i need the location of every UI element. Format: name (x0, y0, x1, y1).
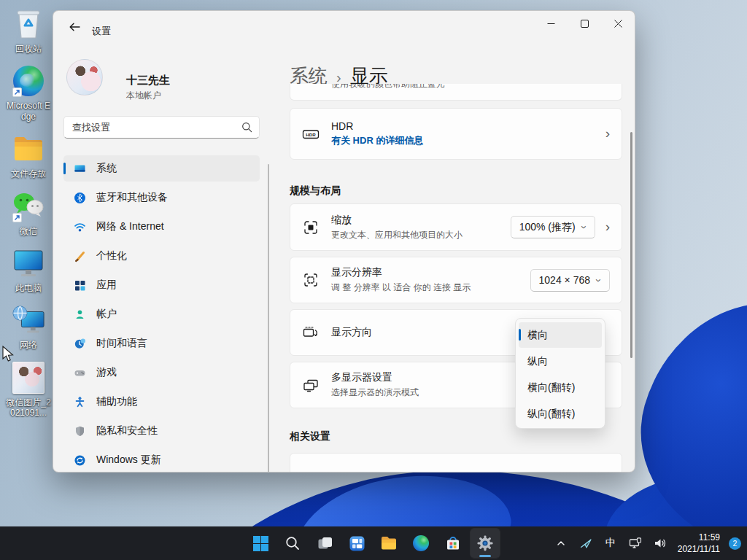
resolution-dropdown[interactable]: 747 × 560 › (530, 269, 610, 292)
sidebar-item-label: 网络 & Internet (96, 220, 164, 233)
sidebar-item-label: 系统 (96, 162, 117, 175)
ime-indicator[interactable]: 中 (600, 530, 621, 556)
apps-icon (74, 279, 86, 292)
sidebar-scrollbar[interactable] (268, 164, 269, 472)
taskbar-clock[interactable]: 11:59 2021/11/11 (675, 532, 723, 555)
sidebar-item-windows-update[interactable]: Windows 更新 (63, 447, 260, 472)
orientation-title: 显示方向 (331, 326, 372, 339)
account-type: 本地帐户 (126, 90, 161, 102)
settings-search[interactable] (63, 116, 260, 139)
sidebar-item-apps[interactable]: 应用 (63, 272, 260, 298)
sidebar-item-time-language[interactable]: 时间和语言 (63, 330, 260, 357)
sidebar-item-system[interactable]: 系统 (63, 155, 260, 182)
notification-badge[interactable]: 2 (729, 537, 741, 550)
user-avatar[interactable] (66, 59, 103, 96)
network-tray-icon[interactable] (625, 530, 646, 556)
desktop-icon-wechat[interactable]: 微信 (4, 190, 53, 236)
settings-taskbar-button[interactable] (471, 529, 500, 558)
desktop-icon-edge[interactable]: Microsoft Edge (4, 64, 53, 122)
hdr-row[interactable]: HDR HDR 有关 HDR 的详细信息 › (290, 108, 622, 160)
resolution-title: 显示分辨率 (331, 266, 471, 279)
sidebar-item-gaming[interactable]: 游戏 (63, 359, 260, 386)
flyout-option-portrait[interactable]: 纵向 (519, 349, 602, 374)
shortcut-arrow-icon (12, 213, 22, 222)
sidebar-item-label: 隐私和安全性 (96, 424, 158, 438)
scale-icon (302, 219, 320, 236)
flyout-option-label: 纵向 (527, 355, 548, 368)
taskbar-center-icons (246, 529, 500, 558)
sidebar-item-accounts[interactable]: 帐户 (63, 301, 260, 327)
hdr-link[interactable]: 有关 HDR 的详细信息 (331, 134, 423, 147)
chevron-right-icon: › (605, 219, 610, 235)
this-pc-icon (12, 246, 45, 280)
bluetooth-icon (74, 192, 86, 204)
scale-dropdown[interactable]: 100% (推荐) › (511, 216, 595, 238)
sidebar-item-privacy-security[interactable]: 隐私和安全性 (63, 418, 260, 444)
maximize-button[interactable] (568, 11, 601, 36)
desktop-icon-label: Microsoft Edge (4, 101, 53, 122)
chevron-down-icon: › (579, 225, 590, 229)
advanced-display-row[interactable]: 高级显示 (290, 453, 622, 472)
desktop-icon-this-pc[interactable]: 此电脑 (4, 246, 53, 293)
section-scale-layout: 规模与布局 (290, 184, 622, 199)
section-related-settings: 相关设置 (290, 430, 622, 445)
update-icon (74, 454, 86, 467)
gamepad-icon (74, 367, 86, 379)
sidebar-item-bluetooth-devices[interactable]: 蓝牙和其他设备 (63, 184, 260, 211)
scale-value: 100% (推荐) (519, 221, 576, 234)
search-taskbar-button[interactable] (278, 529, 307, 558)
sidebar-item-label: 时间和语言 (96, 337, 147, 350)
minimize-button[interactable] (534, 11, 568, 36)
wifi-icon (74, 221, 86, 233)
search-input[interactable] (64, 117, 259, 138)
svg-text:HDR: HDR (306, 132, 316, 137)
flyout-option-label: 纵向(翻转) (527, 408, 575, 421)
search-icon (241, 122, 252, 136)
multi-display-title: 多显示器设置 (331, 371, 419, 384)
flyout-option-landscape[interactable]: 横向 (519, 322, 602, 348)
window-title: 设置 (92, 25, 111, 38)
back-button[interactable] (62, 16, 87, 38)
task-view-button[interactable] (310, 529, 339, 558)
sidebar-item-label: 应用 (96, 279, 117, 292)
desktop-icon-label: 微信图片_2021091... (4, 397, 53, 419)
widgets-button[interactable] (342, 529, 371, 558)
chevron-down-icon: › (594, 279, 605, 282)
taskbar: 中 11:59 2021/11/11 2 (0, 526, 747, 560)
accessibility-icon (74, 396, 86, 408)
resolution-value: 747 × 560 (539, 274, 590, 286)
start-button[interactable] (246, 529, 275, 558)
store-button[interactable] (438, 529, 468, 558)
close-button[interactable] (601, 11, 635, 36)
clock-date: 2021/11/11 (678, 543, 720, 555)
person-icon (74, 308, 86, 321)
desktop-icon-network[interactable]: 网络 (4, 303, 53, 350)
window-controls (534, 11, 635, 36)
flyout-option-landscape-flipped[interactable]: 横向(翻转) (519, 375, 602, 400)
scale-row[interactable]: 缩放 更改文本、应用和其他项目的大小 100% (推荐) › › (290, 203, 622, 251)
desktop-icon-recycle-bin[interactable]: 回收站 (4, 7, 53, 54)
clock-icon (74, 338, 86, 350)
flyout-option-portrait-flipped[interactable]: 纵向(翻转) (519, 401, 602, 427)
file-explorer-button[interactable] (374, 529, 403, 558)
volume-tray-icon[interactable] (650, 530, 670, 556)
edge-taskbar-button[interactable] (406, 529, 436, 558)
sidebar-item-personalization[interactable]: 个性化 (63, 243, 260, 269)
titlebar[interactable]: 设置 (53, 11, 635, 46)
sidebar-item-network[interactable]: 网络 & Internet (63, 214, 260, 240)
desktop-icon-label: 回收站 (15, 44, 42, 54)
flyout-option-label: 横向(翻转) (527, 381, 575, 394)
resolution-row[interactable]: 显示分辨率 调 整 分辨率 以 适合 你的 连接 显示 747 × 560 › (290, 257, 622, 303)
desktop-icon-wechat-image[interactable]: 微信图片_2021091... (4, 361, 53, 419)
content-scrollbar[interactable] (630, 132, 632, 358)
sidebar-item-label: Windows 更新 (96, 454, 161, 467)
ime-label: 中 (605, 537, 616, 550)
night-light-card-clipped[interactable]: 使用较暖的颜色帮助阻止蓝光 (290, 84, 622, 101)
desktop-icon-folder[interactable]: 文件存放 (4, 132, 53, 179)
tray-app-paper-plane-icon[interactable] (576, 530, 596, 556)
sidebar-item-label: 帐户 (96, 308, 117, 321)
tray-chevron-up-icon[interactable] (551, 530, 571, 556)
brush-icon (74, 250, 86, 262)
sidebar-item-accessibility[interactable]: 辅助功能 (63, 389, 260, 415)
wechat-icon (12, 190, 45, 223)
